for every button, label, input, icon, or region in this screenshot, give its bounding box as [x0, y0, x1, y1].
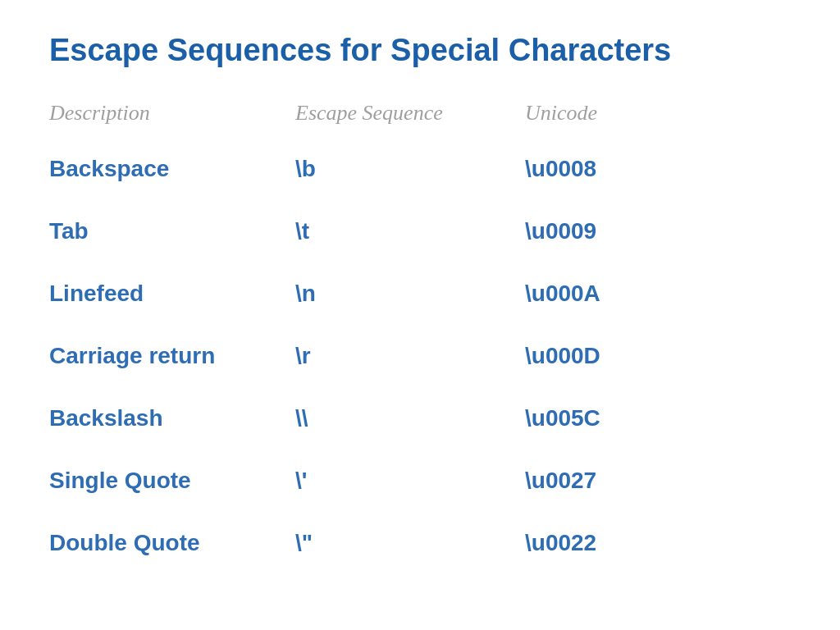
cell-escape-4: \\ [295, 405, 525, 431]
cell-escape-6: \" [295, 530, 525, 556]
cell-escape-2: \n [295, 281, 525, 307]
cell-escape-0: \b [295, 156, 525, 182]
table-row: Linefeed \n \u000A [49, 268, 791, 319]
cell-description-4: Backslash [49, 405, 295, 431]
cell-escape-3: \r [295, 343, 525, 369]
table-row: Backspace \b \u0008 [49, 144, 791, 194]
header-description: Description [49, 101, 295, 126]
cell-description-3: Carriage return [49, 343, 295, 369]
table-row: Tab \t \u0009 [49, 206, 791, 257]
cell-unicode-2: \u000A [525, 281, 791, 307]
table-body: Backspace \b \u0008 Tab \t \u0009 Linefe… [49, 144, 791, 568]
cell-description-5: Single Quote [49, 468, 295, 494]
cell-escape-5: \' [295, 468, 525, 494]
cell-description-1: Tab [49, 218, 295, 244]
cell-description-2: Linefeed [49, 281, 295, 307]
cell-description-6: Double Quote [49, 530, 295, 556]
table-row: Backslash \\ \u005C [49, 393, 791, 444]
cell-unicode-1: \u0009 [525, 218, 791, 244]
cell-unicode-6: \u0022 [525, 530, 791, 556]
cell-unicode-4: \u005C [525, 405, 791, 431]
header-unicode: Unicode [525, 101, 791, 126]
table-header-row: Description Escape Sequence Unicode [49, 101, 791, 129]
cell-escape-1: \t [295, 218, 525, 244]
cell-unicode-3: \u000D [525, 343, 791, 369]
cell-unicode-5: \u0027 [525, 468, 791, 494]
page-title: Escape Sequences for Special Characters [49, 33, 791, 68]
page-container: Escape Sequences for Special Characters … [0, 0, 840, 613]
table-row: Double Quote \" \u0022 [49, 518, 791, 568]
header-escape-sequence: Escape Sequence [295, 101, 525, 126]
cell-description-0: Backspace [49, 156, 295, 182]
table-row: Single Quote \' \u0027 [49, 455, 791, 506]
table-row: Carriage return \r \u000D [49, 331, 791, 381]
cell-unicode-0: \u0008 [525, 156, 791, 182]
escape-table: Description Escape Sequence Unicode Back… [49, 101, 791, 568]
